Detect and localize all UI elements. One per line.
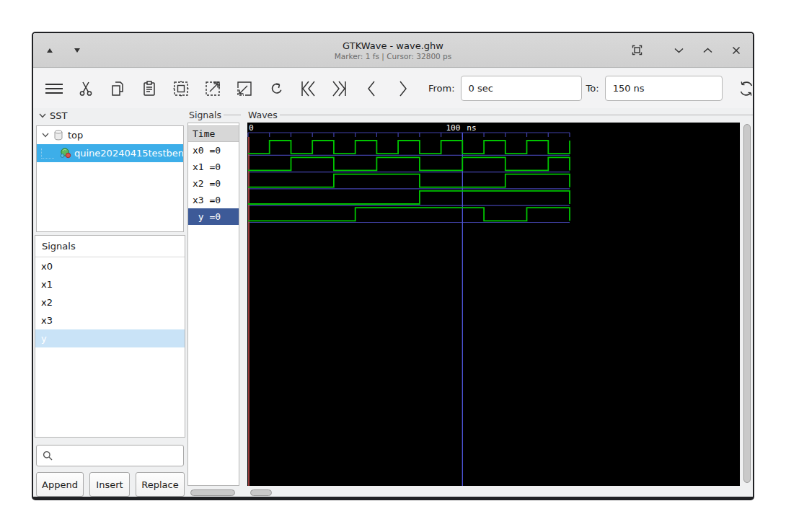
waves-panel: Waves 0100ns [244, 108, 753, 498]
tree-item-top[interactable]: top [37, 126, 183, 144]
titlebar-down-arrow-icon[interactable] [71, 44, 84, 57]
titlebar: GTKWave - wave.ghw Marker: 1 fs | Cursor… [33, 33, 753, 68]
undo-icon [268, 80, 285, 97]
trace-label-row[interactable]: x1 =0 [188, 159, 239, 175]
signals-column-hscrollbar[interactable] [189, 489, 238, 497]
menu-button[interactable] [43, 78, 65, 99]
signals-list-header: Signals [35, 236, 185, 257]
insert-button[interactable]: Insert [89, 472, 130, 497]
signal-list-item[interactable]: x3 [35, 311, 185, 329]
to-label: To: [586, 83, 599, 94]
tree-item-label: top [68, 130, 83, 141]
titlebar-up-arrow-icon[interactable] [43, 44, 56, 57]
menu-icon [45, 80, 63, 97]
content-area: SST top [33, 108, 753, 498]
waves-hscrollbar[interactable] [247, 489, 740, 497]
sst-header[interactable]: SST [39, 110, 67, 121]
trace-label-row[interactable]: x3 =0 [188, 192, 239, 208]
scrollbar-thumb[interactable] [250, 489, 272, 496]
trace-label-row[interactable]: x0 =0 [188, 142, 239, 159]
signal-list-item-selected[interactable]: y [35, 329, 185, 347]
from-label: From: [428, 83, 455, 94]
close-button[interactable] [730, 44, 743, 57]
minimize-button[interactable] [672, 44, 685, 57]
go-to-end-button[interactable] [329, 78, 350, 99]
scrollbar-thumb[interactable] [743, 124, 751, 483]
replace-button[interactable]: Replace [136, 472, 185, 497]
signals-frame-label: Signals [189, 110, 221, 120]
gtkwave-window: GTKWave - wave.ghw Marker: 1 fs | Cursor… [32, 32, 754, 500]
zoom-out-icon [236, 80, 253, 97]
search-input[interactable] [57, 445, 183, 466]
cut-icon [77, 80, 94, 97]
step-right-icon [394, 79, 412, 98]
zoom-in-button[interactable] [202, 78, 224, 99]
reload-button[interactable] [737, 78, 754, 99]
from-input[interactable] [461, 76, 582, 101]
step-left-icon [363, 79, 380, 98]
zoom-in-icon [204, 80, 221, 97]
svg-text:ns: ns [467, 123, 476, 133]
step-right-button[interactable] [392, 78, 414, 99]
reload-icon [737, 79, 754, 98]
search-icon [43, 451, 53, 461]
chevron-down-icon [39, 113, 46, 118]
undo-button[interactable] [265, 78, 287, 99]
signals-list-panel: Signals x0 x1 x2 x3 y [35, 235, 185, 438]
module-icon [60, 148, 71, 159]
to-input[interactable] [605, 76, 723, 101]
tree-item-testbench[interactable]: quine20240415testbench [37, 144, 183, 162]
toolbar: From: To: [33, 68, 753, 108]
chevron-down-icon [42, 133, 49, 138]
zoom-fit-icon [172, 80, 190, 97]
step-left-button[interactable] [361, 78, 382, 99]
scrollbar-thumb[interactable] [190, 489, 235, 496]
signal-list-item[interactable]: x1 [35, 275, 185, 293]
signal-search[interactable] [36, 445, 184, 466]
svg-text:100: 100 [446, 123, 460, 133]
wave-canvas[interactable]: 0100ns [247, 123, 740, 486]
zoom-out-button[interactable] [234, 78, 255, 99]
trace-label-row-selected[interactable]: y =0 [188, 208, 239, 225]
trace-label-row[interactable]: x2 =0 [188, 175, 239, 192]
go-to-start-button[interactable] [297, 78, 319, 99]
signals-column: Signals Time x0 =0 x1 =0 x2 =0 x3 =0 y =… [187, 108, 241, 498]
signal-list-item[interactable]: x2 [35, 293, 185, 311]
tree-connector [41, 148, 54, 159]
sst-tree: top quine20240415testbench [36, 125, 184, 232]
svg-text:0: 0 [249, 123, 254, 133]
sst-header-label: SST [50, 110, 67, 121]
copy-button[interactable] [107, 78, 128, 99]
maximize-button[interactable] [701, 44, 714, 57]
signals-column-box: Time x0 =0 x1 =0 x2 =0 x3 =0 y =0 [187, 123, 239, 486]
copy-icon [109, 80, 126, 97]
paste-icon [141, 80, 158, 97]
waves-vscrollbar[interactable] [743, 123, 752, 486]
append-button[interactable]: Append [36, 472, 84, 497]
go-to-start-icon [299, 79, 317, 98]
database-icon [53, 130, 63, 141]
signal-list-item[interactable]: x0 [35, 257, 185, 275]
go-to-end-icon [330, 79, 349, 98]
cut-button[interactable] [75, 78, 97, 99]
time-header[interactable]: Time [188, 125, 239, 142]
tree-item-label: quine20240415testbench [74, 148, 183, 159]
paste-button[interactable] [138, 78, 160, 99]
fit-window-button[interactable] [630, 44, 643, 57]
zoom-fit-button[interactable] [170, 78, 192, 99]
waves-frame-label: Waves [248, 110, 278, 120]
